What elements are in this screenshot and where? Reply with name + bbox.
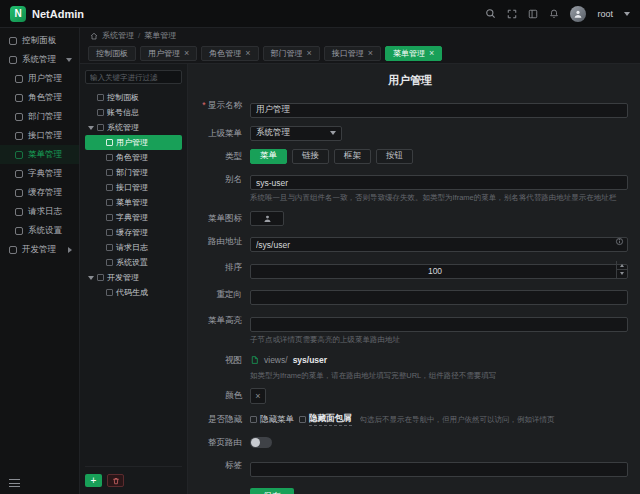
form-row-route-path: 路由地址 <box>192 234 628 253</box>
checkbox[interactable] <box>106 169 113 176</box>
checkbox[interactable] <box>97 109 104 116</box>
menu-icon <box>15 151 23 159</box>
tree-node[interactable]: 缓存管理 <box>85 225 182 240</box>
tab-close-icon[interactable] <box>245 49 250 58</box>
tab-menus[interactable]: 菜单管理 <box>385 46 442 61</box>
tree-node[interactable]: 请求日志 <box>85 240 182 255</box>
tree-expand-icon[interactable] <box>87 126 94 130</box>
tree-node-selected[interactable]: 用户管理 <box>85 135 182 150</box>
sidebar-item-users[interactable]: 用户管理 <box>0 69 79 88</box>
hide-breadcrumb-label: 隐藏面包屑 <box>309 413 352 426</box>
menu-icon-picker[interactable] <box>250 211 284 226</box>
tab-close-icon[interactable] <box>307 49 312 58</box>
tab-apis[interactable]: 接口管理 <box>324 46 381 61</box>
stepper-up-button[interactable] <box>617 261 627 270</box>
checkbox[interactable] <box>106 229 113 236</box>
sidebar-item-departments[interactable]: 部门管理 <box>0 107 79 126</box>
checkbox[interactable] <box>106 199 113 206</box>
tab-close-icon[interactable] <box>429 49 434 58</box>
tab-users[interactable]: 用户管理 <box>140 46 197 61</box>
checkbox[interactable] <box>106 214 113 221</box>
redirect-input[interactable] <box>250 290 628 305</box>
type-option-menu[interactable]: 菜单 <box>250 149 287 164</box>
checkbox[interactable] <box>106 289 113 296</box>
tags-input[interactable] <box>250 462 628 477</box>
alias-input[interactable] <box>250 175 628 190</box>
sidebar-group-dev[interactable]: 开发管理 <box>0 240 79 259</box>
color-picker[interactable] <box>250 388 266 404</box>
sidebar-item-label: 用户管理 <box>28 73 62 85</box>
stepper-down-button[interactable] <box>617 270 627 278</box>
full-page-route-toggle[interactable] <box>250 437 272 448</box>
parent-menu-select[interactable]: 系统管理 <box>250 126 342 141</box>
tree-node[interactable]: 部门管理 <box>85 165 182 180</box>
add-menu-button[interactable]: + <box>85 474 102 487</box>
route-info-icon[interactable] <box>615 237 624 246</box>
tree-expand-icon[interactable] <box>87 276 94 280</box>
bell-icon[interactable] <box>549 8 559 19</box>
tab-close-icon[interactable] <box>184 49 189 58</box>
sidebar-group-system[interactable]: 系统管理 <box>0 50 79 69</box>
checkbox[interactable] <box>106 139 113 146</box>
sidebar-item-dashboard[interactable]: 控制面板 <box>0 31 79 50</box>
checkbox[interactable] <box>106 184 113 191</box>
display-name-input[interactable] <box>250 103 628 118</box>
sidebar-item-request-logs[interactable]: 请求日志 <box>0 202 79 221</box>
tree-node[interactable]: 系统管理 <box>85 120 182 135</box>
sidebar-item-dictionaries[interactable]: 字典管理 <box>0 164 79 183</box>
checkbox[interactable] <box>97 124 104 131</box>
tab-close-icon[interactable] <box>368 49 373 58</box>
tree-node[interactable]: 代码生成 <box>85 285 182 300</box>
search-icon[interactable] <box>485 8 496 19</box>
hidden-options: 隐藏菜单 隐藏面包屑 勾选后不显示在导航中，但用户依然可以访问，例如详情页 <box>250 412 628 427</box>
fullscreen-icon[interactable] <box>507 9 517 19</box>
username[interactable]: root <box>597 9 613 19</box>
field-label: 整页路由 <box>192 435 250 450</box>
tree-node-label: 系统管理 <box>107 122 139 133</box>
tree-node[interactable]: 账号信息 <box>85 105 182 120</box>
tree-node[interactable]: 开发管理 <box>85 270 182 285</box>
tree-node[interactable]: 控制面板 <box>85 90 182 105</box>
type-option-button[interactable]: 按钮 <box>376 149 413 164</box>
type-option-link[interactable]: 链接 <box>292 149 329 164</box>
field-label: 菜单图标 <box>192 211 250 226</box>
checkbox[interactable] <box>106 259 113 266</box>
tree-node[interactable]: 角色管理 <box>85 150 182 165</box>
sidebar-item-roles[interactable]: 角色管理 <box>0 88 79 107</box>
checkbox[interactable] <box>106 154 113 161</box>
delete-menu-button[interactable] <box>107 474 124 487</box>
tab-roles[interactable]: 角色管理 <box>201 46 258 61</box>
checkbox[interactable] <box>250 416 257 423</box>
user-menu-caret-icon[interactable] <box>624 12 630 16</box>
menu-highlight-input[interactable] <box>250 317 628 332</box>
sidebar-item-menus[interactable]: 菜单管理 <box>0 145 79 164</box>
route-path-input[interactable] <box>250 237 628 252</box>
type-option-iframe[interactable]: 框架 <box>334 149 371 164</box>
tree-node[interactable]: 字典管理 <box>85 210 182 225</box>
tab-dashboard[interactable]: 控制面板 <box>88 46 136 61</box>
tree-filter-input[interactable] <box>85 70 182 84</box>
tree-node[interactable]: 接口管理 <box>85 180 182 195</box>
tree-node[interactable]: 系统设置 <box>85 255 182 270</box>
tree-node-label: 请求日志 <box>116 242 148 253</box>
sidebar-item-cache[interactable]: 缓存管理 <box>0 183 79 202</box>
sidebar-item-settings[interactable]: 系统设置 <box>0 221 79 240</box>
sidebar-item-apis[interactable]: 接口管理 <box>0 126 79 145</box>
tab-departments[interactable]: 部门管理 <box>263 46 320 61</box>
view-path-control[interactable]: views/ sys/user <box>250 353 628 368</box>
sort-number-input[interactable] <box>250 264 628 279</box>
hide-breadcrumb-checkbox-group[interactable]: 隐藏面包屑 <box>299 413 352 426</box>
form-row-redirect: 重定向 <box>192 287 628 306</box>
avatar[interactable] <box>570 6 586 22</box>
sidebar-collapse-icon[interactable] <box>9 479 20 487</box>
breadcrumb-item[interactable]: 菜单管理 <box>144 30 176 41</box>
breadcrumb-item[interactable]: 系统管理 <box>102 30 134 41</box>
checkbox[interactable] <box>106 244 113 251</box>
hide-menu-checkbox-group[interactable]: 隐藏菜单 <box>250 414 294 426</box>
save-button[interactable]: 保存 <box>250 488 294 494</box>
checkbox[interactable] <box>299 416 306 423</box>
tree-node[interactable]: 菜单管理 <box>85 195 182 210</box>
checkbox[interactable] <box>97 94 104 101</box>
checkbox[interactable] <box>97 274 104 281</box>
layout-columns-icon[interactable] <box>528 9 538 19</box>
